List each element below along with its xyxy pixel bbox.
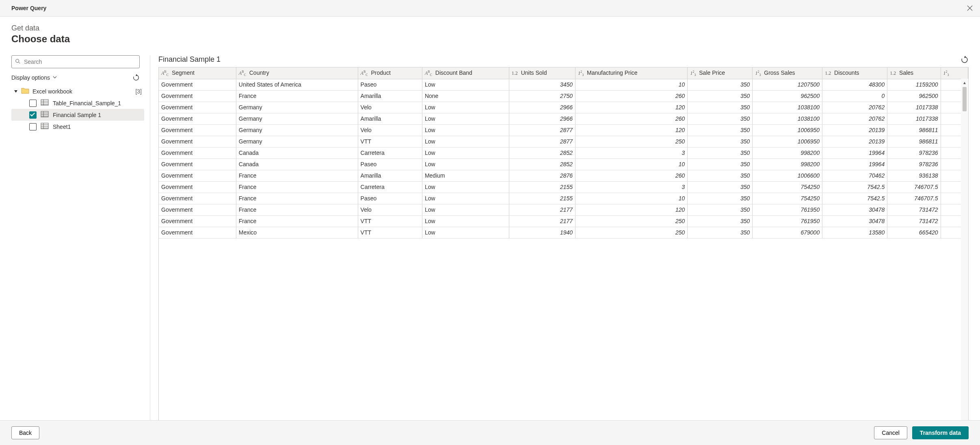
back-button[interactable]: Back <box>11 426 39 439</box>
transform-data-button[interactable]: Transform data <box>912 426 969 439</box>
scroll-thumb[interactable] <box>963 87 967 111</box>
column-header-overflow[interactable]: 123 <box>941 67 968 79</box>
table-row[interactable]: GovernmentCanadaCarreteraLow285233509982… <box>159 147 968 158</box>
table-cell: 48300 <box>822 79 887 90</box>
table-cell: 978236 <box>887 147 941 158</box>
table-cell: France <box>236 193 358 204</box>
table-row[interactable]: GovernmentCanadaPaseoLow2852103509982001… <box>159 158 968 170</box>
table-cell: Low <box>422 227 509 238</box>
table-row[interactable]: GovernmentUnited States of AmericaPaseoL… <box>159 79 968 90</box>
table-cell: 2966 <box>509 113 575 124</box>
table-cell: 350 <box>688 79 753 90</box>
table-cell: France <box>236 215 358 227</box>
table-cell: 731472 <box>887 215 941 227</box>
column-header[interactable]: ABC Segment <box>159 67 236 79</box>
table-cell: 120 <box>575 124 688 136</box>
close-icon[interactable] <box>966 4 974 12</box>
table-cell: 70462 <box>822 170 887 181</box>
table-cell: 754250 <box>753 181 822 193</box>
display-options-row: Display options <box>11 74 140 81</box>
table-cell: 761950 <box>753 204 822 215</box>
table-cell: 20139 <box>822 124 887 136</box>
table-row[interactable]: GovernmentMexicoVTTLow194025035067900013… <box>159 227 968 238</box>
column-header[interactable]: 1.2 Discounts <box>822 67 887 79</box>
page-title: Choose data <box>11 33 969 45</box>
table-cell: Amarilla <box>358 170 422 181</box>
table-cell: 2177 <box>509 215 575 227</box>
column-header[interactable]: ABC Country <box>236 67 358 79</box>
table-cell: Government <box>159 147 236 158</box>
content-wrapper: Get data Choose data Display options <box>0 17 980 445</box>
table-row[interactable]: GovernmentFranceAmarillaNone275026035096… <box>159 90 968 102</box>
tree-root[interactable]: Excel workbook [3] <box>11 85 144 97</box>
table-cell: Government <box>159 136 236 147</box>
titlebar: Power Query <box>0 0 980 17</box>
tree-item[interactable]: Sheet1 <box>11 121 144 132</box>
table-cell: Mexico <box>236 227 358 238</box>
column-header[interactable]: 123 Sale Price <box>688 67 753 79</box>
table-cell: Low <box>422 113 509 124</box>
vertical-scrollbar[interactable]: ▲ ▼ <box>961 79 968 429</box>
table-cell: Government <box>159 181 236 193</box>
tree-item[interactable]: Financial Sample 1 <box>11 109 144 121</box>
table-cell: 761950 <box>753 215 822 227</box>
table-cell: 250 <box>575 215 688 227</box>
table-row[interactable]: GovernmentGermanyAmarillaLow296626035010… <box>159 113 968 124</box>
chevron-down-icon <box>52 74 57 81</box>
table-cell: 20139 <box>822 136 887 147</box>
column-header[interactable]: 1.2 Sales <box>887 67 941 79</box>
table-cell: Velo <box>358 204 422 215</box>
table-cell: 350 <box>688 193 753 204</box>
checkbox[interactable] <box>29 111 37 119</box>
table-row[interactable]: GovernmentFranceVeloLow21771203507619503… <box>159 204 968 215</box>
table-cell: None <box>422 90 509 102</box>
table-cell: Low <box>422 193 509 204</box>
table-cell: 3 <box>575 181 688 193</box>
table-cell: 10 <box>575 193 688 204</box>
table-row[interactable]: GovernmentFranceCarreteraLow215533507542… <box>159 181 968 193</box>
table-cell: 2876 <box>509 170 575 181</box>
table-cell: 250 <box>575 227 688 238</box>
column-header[interactable]: ABC Product <box>358 67 422 79</box>
cancel-button[interactable]: Cancel <box>874 426 907 439</box>
tree-item-label: Sheet1 <box>53 124 71 130</box>
column-header[interactable]: 1.2 Units Sold <box>509 67 575 79</box>
column-header[interactable]: 123 Manufacturing Price <box>575 67 688 79</box>
table-cell: 350 <box>688 215 753 227</box>
table-row[interactable]: GovernmentFranceAmarillaMedium2876260350… <box>159 170 968 181</box>
table-row[interactable]: GovernmentGermanyVTTLow28772503501006950… <box>159 136 968 147</box>
table-cell: 260 <box>575 170 688 181</box>
table-row[interactable]: GovernmentFranceVTTLow217725035076195030… <box>159 215 968 227</box>
table-row[interactable]: GovernmentFrancePaseoLow2155103507542507… <box>159 193 968 204</box>
table-cell: Government <box>159 102 236 113</box>
scroll-up-icon[interactable]: ▲ <box>963 79 967 86</box>
table-row[interactable]: GovernmentGermanyVeloLow2966120350103810… <box>159 102 968 113</box>
table-cell: 350 <box>688 227 753 238</box>
table-cell: Low <box>422 124 509 136</box>
table-cell: Low <box>422 204 509 215</box>
search-box[interactable] <box>11 55 140 68</box>
tree-root-count: [3] <box>135 88 144 95</box>
column-header[interactable]: 123 Gross Sales <box>753 67 822 79</box>
checkbox[interactable] <box>29 123 37 130</box>
search-input[interactable] <box>24 59 136 65</box>
refresh-icon[interactable] <box>132 74 140 81</box>
column-header[interactable]: ABC Discount Band <box>422 67 509 79</box>
table-cell: Government <box>159 204 236 215</box>
table-cell: 350 <box>688 113 753 124</box>
table-cell: 1159200 <box>887 79 941 90</box>
table-cell: 1017338 <box>887 113 941 124</box>
table-cell: 936138 <box>887 170 941 181</box>
display-options-dropdown[interactable]: Display options <box>11 74 57 81</box>
collapse-icon <box>14 88 18 95</box>
table-cell: Government <box>159 170 236 181</box>
refresh-preview-icon[interactable] <box>961 56 969 64</box>
folder-icon <box>21 87 29 95</box>
table-cell: 962500 <box>887 90 941 102</box>
checkbox[interactable] <box>29 100 37 107</box>
table-row[interactable]: GovernmentGermanyVeloLow2877120350100695… <box>159 124 968 136</box>
table-cell: Amarilla <box>358 90 422 102</box>
table-cell: VTT <box>358 227 422 238</box>
tree-item[interactable]: Table_Financial_Sample_1 <box>11 97 144 109</box>
table-cell: 978236 <box>887 158 941 170</box>
